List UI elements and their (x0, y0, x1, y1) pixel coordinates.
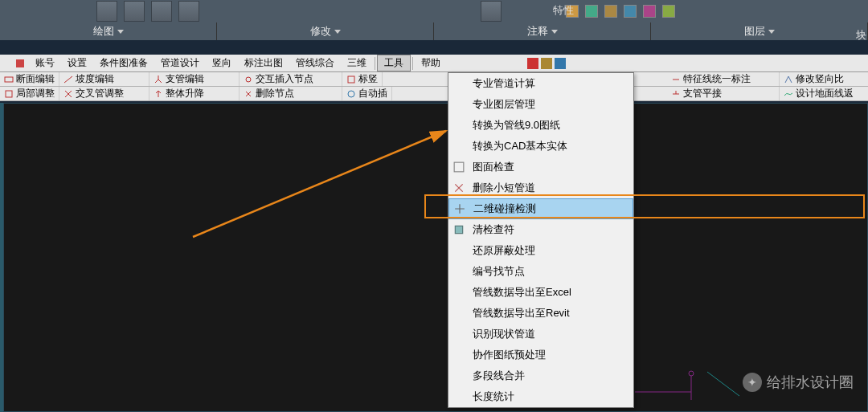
category-draw[interactable]: 绘图 (0, 22, 217, 40)
layer-icon[interactable] (662, 5, 675, 18)
separator (412, 57, 413, 70)
menu-pipe-design[interactable]: 管道设计 (154, 55, 206, 71)
menu-tools[interactable]: 工具 (377, 55, 411, 71)
dd-clear-check[interactable]: 清检查符 (448, 219, 633, 240)
tool-auto-insert[interactable]: 自动插 (342, 87, 392, 100)
svg-line-13 (707, 372, 739, 396)
menu-help[interactable]: 帮助 (415, 55, 447, 71)
menu-vertical[interactable]: 竖向 (206, 55, 238, 71)
tool-section-edit[interactable]: 断面编辑 (0, 72, 59, 86)
dd-del-short-pipe[interactable]: 删除小短管道 (448, 177, 633, 198)
tool-vert-label[interactable]: 标竖 (342, 72, 383, 86)
dd-collab-preprocess[interactable]: 协作图纸预处理 (448, 345, 633, 365)
menu-settings[interactable]: 设置 (61, 55, 93, 71)
category-block[interactable]: 块 (856, 28, 866, 43)
dd-convert-cad[interactable]: 转换为CAD基本实体 (448, 136, 633, 157)
dd-length-stat[interactable]: 长度统计 (448, 386, 633, 407)
svg-point-4 (348, 91, 354, 97)
clear-icon (453, 224, 465, 235)
tools-dropdown: 专业管道计算 专业图层管理 转换为管线9.0图纸 转换为CAD基本实体 图面检查… (448, 72, 634, 408)
toolbar-row-1: 断面编辑 坡度编辑 支管编辑 交互插入节点 标竖 特征线统一标注 修改竖向比 (0, 72, 868, 87)
collision-icon (454, 203, 465, 214)
tool-mod-vert-ratio[interactable]: 修改竖向比 (780, 72, 868, 86)
tool-branch-flat[interactable]: 支管平接 (667, 87, 780, 100)
ribbon-icon[interactable] (481, 1, 502, 22)
dd-identify-pipe[interactable]: 识别现状管道 (448, 324, 633, 345)
ribbon-icon[interactable] (178, 1, 199, 22)
app-icon (16, 59, 24, 67)
svg-point-1 (246, 77, 251, 82)
tool-whole-lift[interactable]: 整体升降 (149, 87, 240, 100)
toolbar-icon[interactable] (541, 58, 552, 69)
tool-cross-adjust[interactable]: 交叉管调整 (59, 87, 149, 100)
tool-branch-edit[interactable]: 支管编辑 (149, 72, 240, 86)
layer-icon[interactable] (624, 5, 637, 18)
dd-pro-pipe-calc[interactable]: 专业管道计算 (448, 73, 633, 94)
tool-design-ground[interactable]: 设计地面线返 (780, 87, 868, 100)
menu-pipeline-combo[interactable]: 管线综合 (289, 55, 341, 71)
menu-account[interactable]: 账号 (29, 55, 61, 71)
ribbon-icon[interactable] (96, 1, 117, 22)
dd-restore-mask[interactable]: 还原屏蔽处理 (448, 240, 633, 261)
dd-export-revit[interactable]: 管线数据导出至Revit (448, 303, 633, 324)
dd-polyline-merge[interactable]: 多段线合并 (448, 365, 633, 386)
chevron-down-icon (551, 30, 558, 34)
watermark: ✦ 给排水设计圈 (743, 373, 854, 392)
layer-icon[interactable] (643, 5, 656, 18)
menu-3d[interactable]: 三维 (341, 55, 373, 71)
dd-2d-collision[interactable]: 二维碰撞检测 (448, 198, 633, 219)
dd-export-excel[interactable]: 管线数据导出至Excel (448, 282, 633, 303)
svg-rect-0 (5, 77, 13, 82)
check-icon (453, 161, 465, 173)
properties-label: 特性 (553, 3, 574, 18)
tool-feature-label[interactable]: 特征线统一标注 (667, 72, 780, 86)
menu-annotate-out[interactable]: 标注出图 (238, 55, 289, 71)
dd-pro-layer-mgr[interactable]: 专业图层管理 (448, 94, 633, 115)
dd-convert-90[interactable]: 转换为管线9.0图纸 (448, 115, 633, 136)
wechat-icon: ✦ (743, 373, 762, 392)
svg-rect-5 (454, 162, 464, 172)
chevron-down-icon (117, 30, 124, 34)
delete-icon (453, 182, 465, 194)
chevron-down-icon (334, 30, 341, 34)
watermark-text: 给排水设计圈 (767, 373, 854, 392)
svg-rect-2 (348, 76, 354, 83)
tool-local-adjust[interactable]: 局部调整 (0, 87, 59, 100)
menu-cond-prep[interactable]: 条件图准备 (93, 55, 154, 71)
category-layer[interactable]: 图层 (651, 22, 868, 40)
layer-icon[interactable] (604, 5, 617, 18)
category-annotate[interactable]: 注释 (434, 22, 651, 40)
tool-slope-edit[interactable]: 坡度编辑 (59, 72, 149, 86)
layer-icon[interactable] (585, 5, 598, 18)
toolbar-icon[interactable] (555, 58, 566, 69)
chevron-down-icon (768, 30, 775, 34)
ribbon-icon-row: 特性 (0, 0, 868, 22)
svg-rect-6 (455, 226, 462, 233)
ribbon-icon[interactable] (124, 1, 145, 22)
tool-delete-node[interactable]: 删除节点 (240, 87, 342, 100)
category-modify[interactable]: 修改 (217, 22, 434, 40)
separator (375, 57, 375, 70)
svg-point-12 (689, 371, 694, 376)
toolbar-icon[interactable] (527, 58, 538, 69)
tool-insert-node[interactable]: 交互插入节点 (240, 72, 342, 86)
dd-drawing-check[interactable]: 图面检查 (448, 157, 633, 177)
menubar: 账号 设置 条件图准备 管道设计 竖向 标注出图 管线综合 三维 工具 帮助 (0, 55, 868, 72)
ribbon-icon[interactable] (151, 1, 172, 22)
svg-rect-3 (6, 91, 12, 97)
category-tabs: 绘图 修改 注释 图层 (0, 22, 868, 40)
dd-find-node[interactable]: 编号找节点 (448, 261, 633, 282)
toolbar-row-2: 局部调整 交叉管调整 整体升降 删除节点 自动插 支管平接 设计地面线返 (0, 87, 868, 101)
